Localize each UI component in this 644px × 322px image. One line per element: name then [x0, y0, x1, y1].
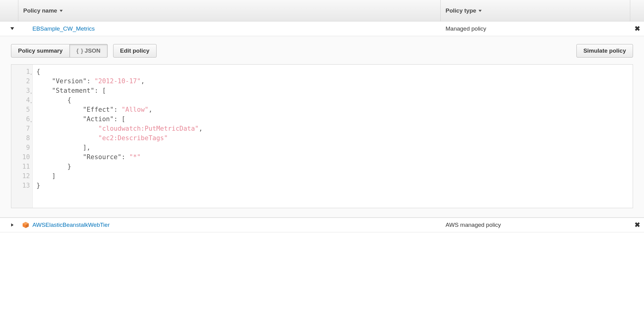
- policy-summary-tab[interactable]: Policy summary: [11, 44, 70, 58]
- json-tab[interactable]: { }JSON: [70, 44, 108, 58]
- braces-icon: { }: [76, 47, 83, 54]
- table-header: Policy name Policy type: [0, 0, 644, 21]
- policy-name-link[interactable]: EBSample_CW_Metrics: [32, 25, 95, 32]
- svg-marker-1: [479, 10, 482, 12]
- edit-policy-button[interactable]: Edit policy: [113, 44, 157, 58]
- expand-toggle[interactable]: [0, 25, 18, 32]
- policy-type-cell: Managed policy: [441, 25, 630, 32]
- header-actions-col: [630, 0, 644, 21]
- json-tab-label: JSON: [85, 47, 101, 54]
- policy-type-cell: AWS managed policy: [441, 222, 630, 228]
- header-policy-name[interactable]: Policy name: [18, 0, 441, 21]
- policy-name-cell: AWSElasticBeanstalkWebTier: [18, 221, 441, 229]
- header-expand-col: [0, 0, 18, 21]
- table-row: EBSample_CW_Metrics Managed policy ✖: [0, 21, 644, 36]
- svg-marker-2: [10, 27, 14, 30]
- policy-name-cell: EBSample_CW_Metrics: [18, 25, 441, 32]
- sort-caret-icon: [478, 7, 482, 14]
- sort-caret-icon: [59, 7, 63, 14]
- close-icon: ✖: [635, 221, 640, 229]
- caret-right-icon: [10, 222, 14, 228]
- table-row: AWSElasticBeanstalkWebTier AWS managed p…: [0, 218, 644, 232]
- aws-managed-icon: [22, 221, 29, 229]
- header-policy-name-label: Policy name: [23, 7, 57, 14]
- detach-button[interactable]: ✖: [630, 25, 644, 33]
- view-toggle-group: Policy summary { }JSON: [11, 44, 108, 58]
- expand-toggle[interactable]: [0, 222, 18, 228]
- caret-down-icon: [10, 25, 14, 32]
- svg-marker-3: [11, 223, 14, 226]
- simulate-policy-button[interactable]: Simulate policy: [576, 44, 633, 58]
- header-policy-type-label: Policy type: [446, 7, 476, 14]
- detach-button[interactable]: ✖: [630, 221, 644, 229]
- line-gutter: 1▾23▾4▾56▾78910111213: [11, 65, 33, 208]
- close-icon: ✖: [635, 25, 640, 32]
- policy-toolbar: Policy summary { }JSON Edit policy Simul…: [11, 44, 633, 58]
- code-content: { "Version": "2012-10-17", "Statement": …: [33, 65, 206, 208]
- svg-marker-0: [60, 10, 63, 12]
- policy-detail-panel: Policy summary { }JSON Edit policy Simul…: [0, 36, 644, 218]
- header-policy-type[interactable]: Policy type: [441, 0, 630, 21]
- json-editor[interactable]: 1▾23▾4▾56▾78910111213 { "Version": "2012…: [11, 64, 633, 208]
- policy-name-link[interactable]: AWSElasticBeanstalkWebTier: [32, 222, 110, 228]
